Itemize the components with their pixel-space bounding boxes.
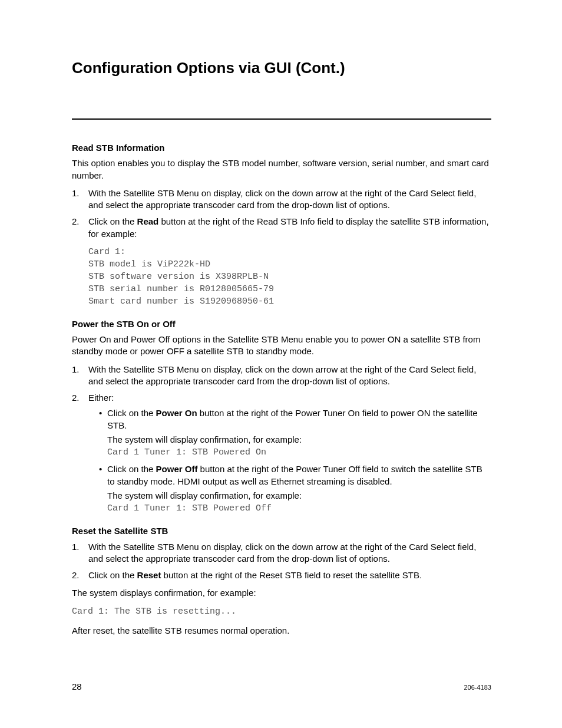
code-block: Card 1: The STB is resetting... [72,605,491,618]
sub-text: Click on the Power Off button at the rig… [107,464,482,486]
page-footer: 28 206-4183 [72,681,491,691]
heading-read-stb: Read STB Information [72,142,491,154]
confirmation-note: The system will display confirmation, fo… [107,434,491,446]
step-number: 1. [72,541,80,553]
step-text: Click on the Reset button at the right o… [88,570,422,580]
step-item: 2. Either: Click on the Power On button … [72,392,491,515]
step-number: 1. [72,364,80,375]
intro-text: This option enables you to display the S… [72,157,491,182]
section-read-stb: Read STB Information This option enables… [72,142,491,308]
step-item: 2. Click on the Reset button at the righ… [72,569,491,581]
section-reset-stb: Reset the Satellite STB 1. With the Sate… [72,525,491,637]
step-text: Either: [88,393,114,403]
step-number: 2. [72,392,80,404]
sub-text: Click on the Power On button at the righ… [107,408,478,430]
reset-button-label: Reset [137,570,161,580]
steps-list: 1. With the Satellite STB Menu on displa… [72,364,491,515]
page-title: Configuration Options via GUI (Cont.) [72,59,491,77]
steps-list: 1. With the Satellite STB Menu on displa… [72,187,491,240]
step-text: With the Satellite STB Menu on display, … [88,542,476,564]
heading-reset-stb: Reset the Satellite STB [72,525,491,537]
document-page: Configuration Options via GUI (Cont.) Re… [0,0,562,728]
code-block: Card 1: STB model is ViP222k-HD STB soft… [88,246,491,308]
power-on-label: Power On [156,408,197,418]
page-number: 28 [72,681,82,691]
confirmation-text: The system displays confirmation, for ex… [72,587,491,599]
sub-item: Click on the Power On button at the righ… [99,407,491,459]
step-text: With the Satellite STB Menu on display, … [88,188,476,210]
steps-list: 1. With the Satellite STB Menu on displa… [72,541,491,582]
confirmation-note: The system will display confirmation, fo… [107,490,491,502]
code-inline: Card 1 Tuner 1: STB Powered On [107,447,491,459]
intro-text: Power On and Power Off options in the Sa… [72,334,491,358]
section-power-stb: Power the STB On or Off Power On and Pow… [72,318,491,515]
step-text: Click on the Read button at the right of… [88,216,489,238]
step-item: 1. With the Satellite STB Menu on displa… [72,364,491,388]
step-text: With the Satellite STB Menu on display, … [88,364,476,386]
divider [72,118,491,120]
power-off-label: Power Off [156,464,198,474]
sub-list: Click on the Power On button at the righ… [88,407,491,515]
step-item: 1. With the Satellite STB Menu on displa… [72,541,491,565]
step-number: 1. [72,187,80,199]
code-inline: Card 1 Tuner 1: STB Powered Off [107,503,491,515]
step-item: 1. With the Satellite STB Menu on displa… [72,187,491,212]
sub-item: Click on the Power Off button at the rig… [99,463,491,515]
heading-power-stb: Power the STB On or Off [72,318,491,330]
after-reset-text: After reset, the satellite STB resumes n… [72,625,491,637]
step-number: 2. [72,216,80,228]
step-item: 2. Click on the Read button at the right… [72,216,491,240]
step-number: 2. [72,569,80,581]
read-button-label: Read [137,216,159,226]
document-id: 206-4183 [464,684,492,691]
